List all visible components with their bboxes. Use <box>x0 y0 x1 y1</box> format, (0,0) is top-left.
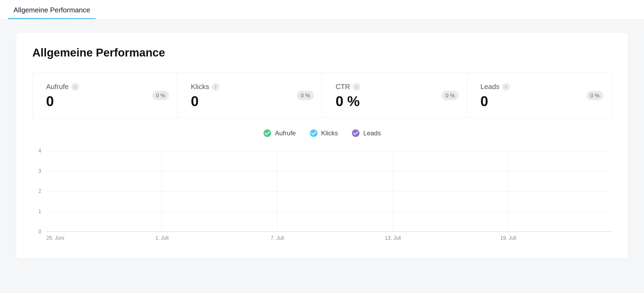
svg-point-2 <box>352 129 359 137</box>
metric-cell-ctr: CTR i 0 % 0 % <box>322 73 467 118</box>
legend-label-aufrufe: Aufrufe <box>275 129 296 137</box>
metric-label-row-leads: Leads i <box>480 83 598 91</box>
metric-label-row-klicks: Klicks i <box>191 83 308 91</box>
info-icon-aufrufe[interactable]: i <box>71 83 79 91</box>
x-label-2: 7. Juli <box>271 235 284 241</box>
tab-allgemeine-performance[interactable]: Allgemeine Performance <box>8 6 96 19</box>
info-icon-klicks[interactable]: i <box>212 83 219 91</box>
metric-value-leads: 0 <box>480 94 598 108</box>
legend-item-aufrufe[interactable]: Aufrufe <box>263 129 296 137</box>
legend-dot-aufrufe <box>263 129 272 137</box>
tab-label: Allgemeine Performance <box>13 6 90 14</box>
section-title: Allgemeine Performance <box>32 46 612 59</box>
metric-label-ctr: CTR <box>336 83 350 91</box>
metric-badge-aufrufe: 0 % <box>152 91 169 100</box>
metric-label-klicks: Klicks <box>191 83 209 91</box>
legend-label-leads: Leads <box>363 129 381 137</box>
chart-container: 4 3 2 1 0 <box>32 146 612 242</box>
section-card: Allgemeine Performance Aufrufe i 0 0 % K… <box>16 33 628 259</box>
legend-dot-klicks <box>309 129 318 137</box>
metric-badge-leads: 0 % <box>587 91 603 100</box>
legend-dot-leads <box>351 129 360 137</box>
y-label-3: 3 <box>39 168 41 174</box>
metric-cell-leads: Leads i 0 0 % <box>467 73 611 118</box>
y-label-2: 2 <box>39 188 41 194</box>
metrics-row: Aufrufe i 0 0 % Klicks i 0 0 % CTR i <box>32 73 612 118</box>
metric-label-row-aufrufe: Aufrufe i <box>46 83 164 91</box>
metric-cell-klicks: Klicks i 0 0 % <box>177 73 322 118</box>
y-label-0: 0 <box>39 228 41 235</box>
x-label-4: 19. Juli <box>500 235 516 241</box>
chart-svg: 4 3 2 1 0 <box>32 146 612 242</box>
main-content: Allgemeine Performance Aufrufe i 0 0 % K… <box>0 19 644 272</box>
metric-value-ctr: 0 % <box>336 94 453 108</box>
legend-row: Aufrufe Klicks <box>32 129 612 137</box>
metric-value-aufrufe: 0 <box>46 94 164 108</box>
y-label-1: 1 <box>39 208 41 214</box>
metric-label-row-ctr: CTR i <box>336 83 453 91</box>
metric-value-klicks: 0 <box>191 94 308 108</box>
x-label-3: 13. Juli <box>385 235 401 241</box>
metric-badge-klicks: 0 % <box>297 91 314 100</box>
tab-bar: Allgemeine Performance <box>0 0 644 19</box>
metric-badge-ctr: 0 % <box>442 91 458 100</box>
metric-label-leads: Leads <box>480 83 500 91</box>
svg-point-1 <box>310 129 317 137</box>
info-icon-ctr[interactable]: i <box>353 83 360 91</box>
info-icon-leads[interactable]: i <box>502 83 510 91</box>
x-label-0: 25. Juni <box>46 235 64 241</box>
metric-label-aufrufe: Aufrufe <box>46 83 69 91</box>
metric-cell-aufrufe: Aufrufe i 0 0 % <box>33 73 177 118</box>
legend-item-klicks[interactable]: Klicks <box>309 129 338 137</box>
legend-item-leads[interactable]: Leads <box>351 129 381 137</box>
x-label-1: 1. Juli <box>155 235 168 241</box>
svg-point-0 <box>264 129 271 137</box>
y-label-4: 4 <box>39 148 41 154</box>
legend-label-klicks: Klicks <box>321 129 338 137</box>
